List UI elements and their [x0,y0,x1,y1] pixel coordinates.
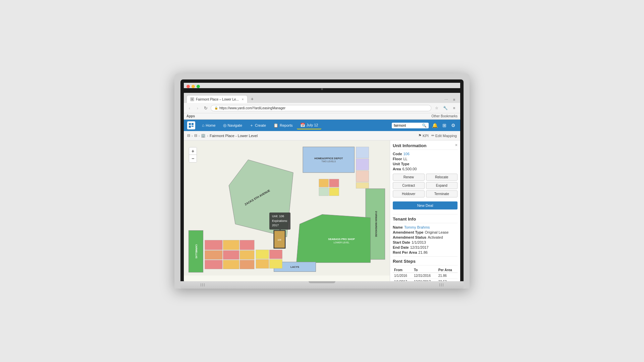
browser-menu-icon[interactable]: ⋯ [443,96,449,103]
svg-rect-39 [329,188,339,196]
new-tab-button[interactable]: + [248,95,256,103]
filter-icon: ⚑ [418,133,422,138]
zoom-out-button[interactable]: − [189,155,197,162]
svg-rect-35 [356,183,369,188]
back-button[interactable]: ‹ [186,105,193,111]
search-input[interactable] [394,124,421,127]
floor-label: Floor [393,157,402,161]
renew-button[interactable]: Renew [393,174,425,181]
laptop-vent-left [201,283,205,287]
nav-navigate[interactable]: ◎ Navigate [220,122,246,129]
search-icon[interactable]: 🔍 [422,123,427,128]
amendment-status-value: Activated [428,235,443,239]
logo-icon [189,123,194,128]
svg-rect-19 [205,240,222,250]
create-icon: ＋ [250,123,254,128]
svg-rect-23 [223,250,239,259]
breadcrumb: ⊟ › ⊟ › 🏢 › Fairmont Place - Lower Level [187,133,258,138]
svg-rect-36 [319,179,329,187]
start-date-label: Start Date [393,240,410,244]
breadcrumb-icon-3[interactable]: 🏢 [201,133,206,138]
rent-per-area-value: 21.86 [418,250,428,254]
nav-calendar[interactable]: 📅 July 12 [297,121,322,129]
other-bookmarks[interactable]: Other Bookmarks [431,114,458,118]
code-label: Code [393,152,402,156]
svg-rect-31 [269,259,282,268]
zoom-in-button[interactable]: + [189,147,197,155]
tab-favicon: Y [190,97,194,101]
rent-per-area-label: Rent Per Area [393,250,417,254]
browser-tab-active[interactable]: Y Fairmont Place – Lower Le... × [186,95,248,103]
nav-home[interactable]: ⌂ Home [199,122,219,129]
nav-create[interactable]: ＋ Create [246,121,269,130]
tab-label: Fairmont Place – Lower Le... [196,98,239,101]
expand-button[interactable]: Expand [426,182,458,189]
browser-settings-icon[interactable]: ≡ [451,96,458,103]
map-area[interactable]: 5/26/2016 HOME&OFFICE DEPOT TWO LEVELS Z… [184,140,390,281]
floor-value: LL [404,157,408,161]
nav-create-label: Create [255,123,266,127]
terminate-button[interactable]: Terminate [426,190,458,197]
col-from: From [393,267,413,273]
edit-mapping-button[interactable]: ✏ Edit Mapping [431,133,457,138]
bookmark-icon[interactable]: ☆ [433,105,440,111]
grid-icon[interactable]: ⊞ [441,122,448,129]
divider-1 [393,214,458,215]
close-button[interactable] [186,85,190,88]
action-grid: Renew Relocate Contract Expand Holdover … [393,174,458,197]
col-per-area: Per Area [437,267,458,273]
row1-per-area: 21.86 [437,273,458,279]
svg-text:CARMELLAS: CARMELLAS [195,244,198,259]
relocate-button[interactable]: Relocate [426,174,458,181]
nav-reports[interactable]: 📋 Reports [270,122,296,129]
contract-button[interactable]: Contract [393,182,425,189]
forward-button[interactable]: › [195,105,201,111]
holdover-button[interactable]: Holdover [393,190,425,197]
reports-icon: 📋 [273,123,278,128]
svg-rect-33 [356,159,369,170]
sub-nav: ⊟ › ⊟ › 🏢 › Fairmont Place - Lower Level… [184,131,460,140]
maximize-button[interactable] [197,85,200,88]
app-nav-bar: ⌂ Home ◎ Navigate ＋ Create 📋 Reports 📅 [184,120,460,131]
search-box[interactable]: 🔍 [392,123,429,128]
minimize-button[interactable] [192,85,195,88]
svg-rect-38 [319,188,329,196]
svg-rect-24 [223,260,239,269]
apps-bookmark[interactable]: Apps [186,114,195,118]
browser-menu-icon2[interactable]: ≡ [451,105,458,111]
svg-text:106: 106 [277,239,281,241]
nav-calendar-label: July 12 [307,123,318,127]
unit-type-label: Unit Type [393,162,409,166]
breadcrumb-current: Fairmont Place - Lower Level [210,134,258,138]
app-logo[interactable] [187,121,195,129]
breadcrumb-icon-1[interactable]: ⊟ [187,133,190,138]
svg-rect-22 [223,240,239,250]
svg-rect-21 [205,260,222,269]
col-to: To [413,267,437,273]
kpi-button[interactable]: ⚑ KPI [418,133,429,138]
svg-rect-32 [356,147,369,158]
svg-rect-29 [269,250,282,259]
url-bar[interactable]: 🔒 https://www.yardi.com/YardiLeasingMana… [211,105,431,111]
unit-info-title: Unit Information [393,143,458,150]
calendar-icon: 📅 [300,123,305,127]
panel-close-button[interactable]: × [455,142,458,147]
svg-rect-25 [240,240,254,250]
notifications-icon[interactable]: 🔔 [431,122,439,129]
svg-rect-20 [205,250,222,259]
home-icon: ⌂ [202,123,204,128]
svg-rect-37 [329,179,339,187]
end-date-value: 12/31/2017 [410,245,429,249]
rent-steps-title: Rent Steps [393,259,458,265]
extension-icon[interactable]: 🔧 [442,105,449,111]
breadcrumb-icon-2[interactable]: ⊟ [194,133,197,138]
new-deal-button[interactable]: New Deal [393,201,458,209]
tab-close-button[interactable]: × [242,98,244,101]
svg-text:LACYS: LACYS [290,265,299,268]
laptop-notch [309,281,335,283]
settings-icon[interactable]: ⚙ [450,122,457,129]
row2-per-area: 22.52 [437,279,458,282]
reload-button[interactable]: ↻ [203,105,209,111]
svg-text:TWO LEVELS: TWO LEVELS [321,160,336,163]
tenant-info-title: Tenant Info [393,217,458,223]
